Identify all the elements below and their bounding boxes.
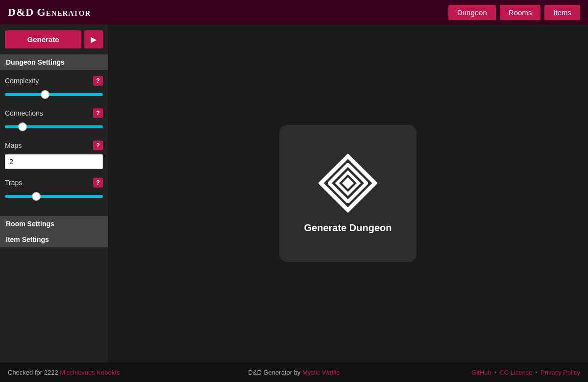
traps-slider-container [5,191,103,201]
complexity-setting: Complexity ? [5,76,103,99]
footer-left: Checked for 2222 Mischievous Kobolds [8,369,120,376]
footer-center: D&D Generator by Mystic Waffle [248,369,340,376]
main-content: Generate Dungeon [108,24,588,362]
complexity-label: Complexity [5,77,39,85]
maps-label: Maps [5,142,22,149]
rooms-nav-button[interactable]: Rooms [500,5,541,20]
traps-help-button[interactable]: ? [93,178,103,188]
room-settings-header[interactable]: Room Settings [0,216,108,232]
item-settings-header[interactable]: Item Settings [0,232,108,247]
traps-slider[interactable] [5,195,103,198]
connections-slider-container [5,122,103,132]
maps-input[interactable]: 2 [5,154,103,169]
footer-sep-1: • [494,369,497,376]
header: D&D Generator Dungeon Rooms Items [0,0,588,24]
dungeon-nav-button[interactable]: Dungeon [448,5,496,20]
dungeon-settings-header[interactable]: Dungeon Settings [0,54,108,70]
dungeon-card-label: Generate Dungeon [304,222,392,234]
app-logo: D&D Generator [8,6,91,19]
dungeon-logo-svg [318,154,377,213]
complexity-slider-container [5,90,103,99]
connections-label: Connections [5,109,43,117]
sidebar: Generate ▶ Dungeon Settings Complexity ?… [0,24,108,362]
footer-right: GitHub • CC License • Privacy Policy [471,369,580,376]
play-button[interactable]: ▶ [84,30,103,48]
svg-marker-3 [342,177,354,189]
footer-mysticwaffle-link[interactable]: Mystic Waffle [302,369,340,376]
items-nav-button[interactable]: Items [544,5,580,20]
github-link[interactable]: GitHub [471,369,491,376]
footer: Checked for 2222 Mischievous Kobolds D&D… [0,362,588,382]
footer-checked-text: Checked for 2222 [8,369,60,376]
toolbar: Generate ▶ [0,24,108,54]
traps-label: Traps [5,179,22,187]
connections-help-button[interactable]: ? [93,108,103,118]
connections-slider[interactable] [5,125,103,128]
traps-setting: Traps ? [5,178,103,201]
logo-text: D&D Generator [8,6,91,18]
generate-button[interactable]: Generate [5,30,81,48]
nav-buttons: Dungeon Rooms Items [448,5,580,20]
maps-setting: Maps ? 2 [5,141,103,169]
complexity-slider[interactable] [5,93,103,96]
privacy-link[interactable]: Privacy Policy [540,369,580,376]
footer-sep-2: • [536,369,538,376]
main-layout: Generate ▶ Dungeon Settings Complexity ?… [0,24,588,362]
dungeon-generate-card[interactable]: Generate Dungeon [279,125,416,262]
cc-license-link[interactable]: CC License [499,369,532,376]
maps-help-button[interactable]: ? [93,141,103,150]
footer-kobolds-link[interactable]: Mischievous Kobolds [60,369,120,376]
connections-setting: Connections ? [5,108,103,132]
footer-by-text: D&D Generator by [248,369,302,376]
complexity-help-button[interactable]: ? [93,76,103,86]
dungeon-settings-content: Complexity ? Connections ? [0,70,108,216]
